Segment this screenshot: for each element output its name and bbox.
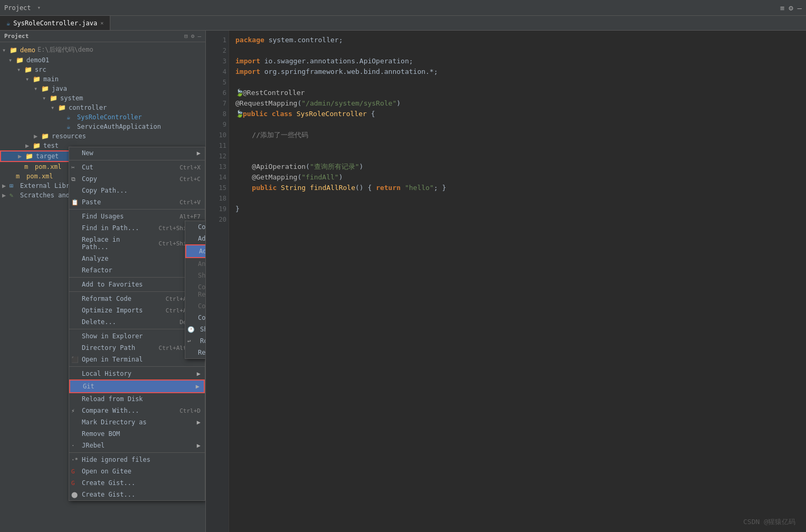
menu-item-jrebel[interactable]: · JRebel ▶ (69, 440, 205, 451)
menu-label: Annotate (198, 260, 206, 268)
top-bar: Project ▾ ≡ ⚙ — (0, 0, 806, 16)
menu-label: Refactor (82, 267, 195, 274)
tree-item-system[interactable]: ▾ 📁 system (0, 93, 205, 103)
menu-label: Show History (198, 326, 206, 333)
git-compare-branch[interactable]: Compare with Branch... (185, 312, 206, 324)
code-editor: 1 2 3 4 5 6 7 8 9 10 11 12 13 14 15 18 1… (206, 31, 806, 532)
code-line-12 (235, 151, 800, 162)
folder-icon: 📁 (16, 56, 24, 64)
code-line-20 (235, 214, 800, 225)
menu-label: New (82, 149, 195, 157)
menu-item-git[interactable]: Git ▶ (69, 379, 205, 393)
tree-item-demo[interactable]: ▾ 📁 demo E:\后端代码\demo (0, 44, 205, 55)
menu-label: Paste (82, 198, 167, 206)
tree-label: demo (20, 46, 35, 54)
folder-icon: 📁 (41, 85, 50, 92)
folder-icon: 📁 (41, 132, 50, 140)
tree-label: test (43, 142, 59, 149)
menu-item-compare[interactable]: ⚡ Compare With... Ctrl+D (69, 405, 205, 416)
code-line-15: public String findAllRole() { return "he… (235, 183, 800, 193)
tree-item-controller[interactable]: ▾ 📁 controller (0, 103, 205, 112)
separator (69, 452, 205, 453)
submenu-arrow: ▶ (197, 370, 201, 377)
tree-item-serviceauthapp[interactable]: ☕ ServiceAuthApplication (0, 122, 205, 131)
arrow-icon: ▶ (2, 192, 10, 199)
menu-icon[interactable]: ≡ (780, 4, 784, 12)
tab-bar: ☕ SysRoleController.java ✕ (0, 16, 806, 31)
scratch-icon: ✎ (10, 192, 18, 199)
xml-icon: m (24, 163, 33, 170)
tree-item-src[interactable]: ▾ 📁 src (0, 65, 205, 74)
menu-label: Add to .gitignore (199, 248, 206, 255)
menu-item-create-gist2[interactable]: ⬤ Create Gist... (69, 489, 205, 500)
git-commit-dir[interactable]: Commit Directory... (185, 221, 206, 233)
menu-item-hide-ignored[interactable]: ·* Hide ignored files (69, 454, 205, 466)
shortcut: Ctrl+D (179, 407, 201, 414)
menu-item-cut[interactable]: ✂ Cut Ctrl+X (69, 162, 205, 173)
tree-item-resources[interactable]: ▶ 📁 resources (0, 131, 205, 141)
menu-item-reload[interactable]: Reload from Disk (69, 393, 205, 405)
git-show-revision[interactable]: Show Current Revision (185, 270, 206, 281)
git-repository[interactable]: Repository ▶ (185, 347, 206, 358)
git-submenu: Commit Directory... Add Ctrl+Alt+A Add t… (185, 221, 206, 359)
tree-label: system (60, 94, 83, 102)
git-add[interactable]: Add Ctrl+Alt+A (185, 233, 206, 244)
code-line-9 (235, 119, 800, 130)
arrow-icon: ▾ (34, 85, 41, 92)
minimize-icon[interactable]: — (798, 4, 802, 12)
xml-icon: m (16, 173, 24, 180)
tab-close-button[interactable]: ✕ (100, 20, 103, 26)
gear-icon[interactable]: ⚙ (191, 33, 195, 40)
git-add-gitignore[interactable]: Add to .gitignore ▶ (185, 244, 206, 258)
toolbar-icons: ≡ ⚙ — (780, 4, 802, 12)
tree-label: pom.xml (26, 173, 53, 180)
dropdown-arrow[interactable]: ▾ (37, 4, 41, 11)
hide-icon[interactable]: — (197, 33, 201, 40)
git-show-history[interactable]: 🕐 Show History (185, 324, 206, 335)
menu-item-mark-dir[interactable]: Mark Directory as ▶ (69, 416, 205, 428)
tree-item-demo01[interactable]: ▾ 📁 demo01 (0, 55, 205, 65)
menu-item-local-history[interactable]: Local History ▶ (69, 368, 205, 379)
code-content[interactable]: package system.controller; import io.swa… (229, 31, 806, 532)
git-compare-with[interactable]: Compare with... (185, 300, 206, 312)
menu-label: Open on Gitee (82, 468, 201, 475)
tree-item-main[interactable]: ▾ 📁 main (0, 74, 205, 84)
menu-label: Replace in Path... (82, 236, 146, 251)
submenu-arrow: ▶ (196, 383, 200, 390)
git-annotate[interactable]: Annotate (185, 258, 206, 270)
tree-item-sysrolecontroller[interactable]: ☕ SysRoleController (0, 112, 205, 122)
menu-item-paste[interactable]: 📋 Paste Ctrl+V (69, 196, 205, 208)
menu-label: Compare with Branch... (198, 314, 206, 321)
code-line-14: @GetMapping("findAll") (235, 172, 800, 183)
git-compare-repo[interactable]: Compare with the Same Repository Version (185, 281, 206, 300)
menu-item-open-gitee[interactable]: G Open on Gitee (69, 466, 205, 477)
menu-item-copy[interactable]: ⧉ Copy Ctrl+C (69, 173, 205, 185)
git-rollback[interactable]: ↩ Rollback... Ctrl+Alt+Z (185, 335, 206, 347)
menu-item-new[interactable]: New ▶ (69, 147, 205, 159)
menu-label: Find in Path... (82, 224, 146, 232)
folder-icon: 📁 (25, 153, 34, 160)
code-line-19: } (235, 204, 800, 214)
menu-label: Copy (82, 175, 167, 183)
menu-label: Local History (82, 370, 195, 377)
project-label[interactable]: Project (4, 4, 31, 12)
code-line-5 (235, 77, 800, 88)
gitee-icon: G (71, 468, 80, 475)
menu-item-copy-path[interactable]: Copy Path... (69, 185, 205, 196)
tab-sysrolecontroller[interactable]: ☕ SysRoleController.java ✕ (0, 16, 110, 30)
settings-icon[interactable]: ⚙ (789, 4, 793, 12)
menu-label: Remove BOM (82, 430, 201, 438)
code-line-2 (235, 45, 800, 56)
copy-icon: ⧉ (71, 176, 80, 183)
menu-item-remove-bom[interactable]: Remove BOM (69, 428, 205, 440)
jrebel-icon: · (71, 442, 80, 449)
folder-icon: 📁 (50, 94, 58, 102)
menu-label: Compare with... (198, 302, 206, 310)
submenu-arrow: ▶ (197, 149, 201, 157)
menu-item-create-gist1[interactable]: G Create Gist... (69, 477, 205, 489)
tree-label: demo01 (26, 56, 49, 64)
collapse-icon[interactable]: ⊟ (184, 33, 188, 40)
tree-item-java[interactable]: ▾ 📁 java (0, 84, 205, 93)
code-line-6: 🍃@RestController (235, 88, 800, 98)
terminal-icon: ⬛ (71, 356, 80, 363)
